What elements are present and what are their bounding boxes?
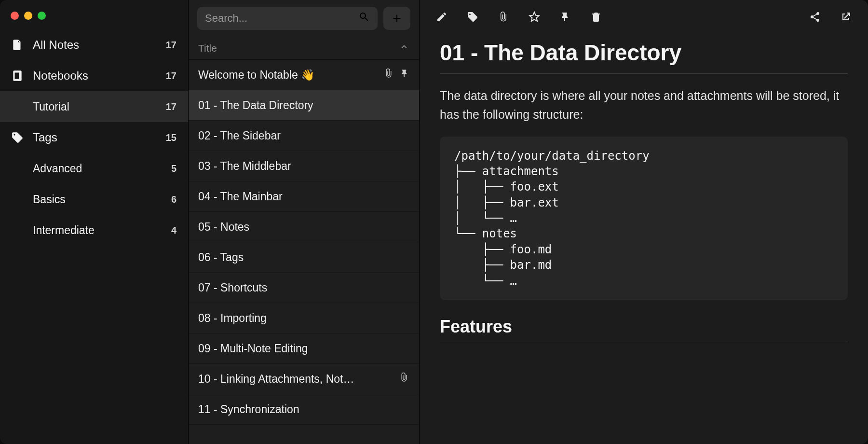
- sidebar: All Notes17Notebooks17Tutorial17Tags15Ad…: [0, 0, 188, 444]
- note-row[interactable]: 07 - Shortcuts: [189, 273, 419, 303]
- sidebar-item-count: 17: [166, 40, 176, 51]
- sidebar-item-label: All Notes: [33, 38, 166, 52]
- window-controls: [0, 4, 188, 29]
- sidebar-item-count: 6: [171, 194, 176, 205]
- sidebar-item-label: Advanced: [33, 162, 171, 175]
- sidebar-item-advanced[interactable]: Advanced5: [0, 153, 188, 184]
- maximize-window-button[interactable]: [38, 12, 46, 20]
- note-title: 01 - The Data Directory: [440, 40, 848, 74]
- tag-icon: [11, 131, 24, 144]
- sidebar-item-label: Tags: [33, 131, 166, 144]
- note-title-label: 11 - Synchronization: [198, 403, 409, 416]
- note-heading-features: Features: [440, 317, 848, 342]
- note-content: 01 - The Data Directory The data directo…: [420, 34, 868, 444]
- note-row[interactable]: 09 - Multi-Note Editing: [189, 333, 419, 364]
- note-title-label: 07 - Shortcuts: [198, 281, 409, 294]
- pin-button[interactable]: [553, 6, 578, 28]
- sidebar-item-intermediate[interactable]: Intermediate4: [0, 215, 188, 246]
- notebook-icon: [11, 69, 24, 83]
- note-title-label: 09 - Multi-Note Editing: [198, 342, 409, 355]
- sidebar-item-label: Intermediate: [33, 224, 171, 237]
- note-row[interactable]: 02 - The Sidebar: [189, 121, 419, 151]
- search-input[interactable]: [205, 12, 358, 25]
- note-title-label: 03 - The Middlebar: [198, 160, 409, 173]
- note-title-label: 01 - The Data Directory: [198, 99, 409, 112]
- note-intro: The data directory is where all your not…: [440, 86, 848, 124]
- middlebar: Title Welcome to Notable 👋01 - The Data …: [188, 0, 420, 444]
- note-row[interactable]: 01 - The Data Directory: [189, 90, 419, 121]
- close-window-button[interactable]: [11, 12, 19, 20]
- sidebar-item-tags[interactable]: Tags15: [0, 122, 188, 153]
- column-header-label: Title: [198, 42, 217, 54]
- chevron-up-icon: [399, 42, 409, 55]
- note-row[interactable]: 04 - The Mainbar: [189, 181, 419, 212]
- note-row[interactable]: Welcome to Notable 👋: [189, 60, 419, 90]
- note-title-label: 02 - The Sidebar: [198, 129, 409, 142]
- notes-column-header[interactable]: Title: [189, 37, 419, 60]
- notes-list: Welcome to Notable 👋01 - The Data Direct…: [189, 60, 419, 444]
- note-row[interactable]: 10 - Linking Attachments, Not…: [189, 364, 419, 394]
- main-toolbar: [420, 0, 868, 34]
- mainbar: 01 - The Data Directory The data directo…: [420, 0, 868, 444]
- share-button[interactable]: [802, 6, 827, 28]
- sidebar-item-count: 17: [166, 70, 176, 82]
- sidebar-item-count: 5: [171, 163, 176, 174]
- pin-icon: [400, 68, 409, 82]
- favorite-button[interactable]: [522, 6, 547, 28]
- sidebar-item-label: Tutorial: [33, 100, 166, 113]
- app-window: All Notes17Notebooks17Tutorial17Tags15Ad…: [0, 0, 868, 444]
- minimize-window-button[interactable]: [24, 12, 32, 20]
- note-row[interactable]: 03 - The Middlebar: [189, 151, 419, 181]
- sidebar-item-notebooks[interactable]: Notebooks17: [0, 60, 188, 91]
- new-note-button[interactable]: [383, 7, 410, 30]
- note-row[interactable]: 11 - Synchronization: [189, 394, 419, 425]
- note-title-label: 06 - Tags: [198, 251, 409, 264]
- sidebar-item-count: 17: [166, 101, 176, 112]
- sidebar-item-label: Notebooks: [33, 69, 166, 83]
- attachments-button[interactable]: [491, 6, 516, 28]
- search-icon: [358, 11, 370, 26]
- note-title-label: Welcome to Notable 👋: [198, 69, 383, 82]
- sidebar-item-all-notes[interactable]: All Notes17: [0, 29, 188, 60]
- open-external-button[interactable]: [833, 6, 858, 28]
- paperclip-icon: [383, 68, 394, 82]
- delete-button[interactable]: [583, 6, 609, 28]
- sidebar-item-basics[interactable]: Basics6: [0, 184, 188, 215]
- note-title-label: 04 - The Mainbar: [198, 190, 409, 203]
- note-row[interactable]: 06 - Tags: [189, 242, 419, 273]
- note-row[interactable]: 08 - Importing: [189, 303, 419, 333]
- sidebar-item-count: 4: [171, 225, 176, 236]
- sidebar-item-count: 15: [166, 132, 176, 143]
- note-title-label: 10 - Linking Attachments, Not…: [198, 373, 399, 386]
- search-box[interactable]: [197, 7, 378, 30]
- middlebar-toolbar: [189, 0, 419, 37]
- paperclip-icon: [399, 372, 409, 386]
- note-title-label: 05 - Notes: [198, 221, 409, 234]
- code-block: /path/to/your/data_directory ├── attachm…: [440, 137, 848, 301]
- tags-button[interactable]: [460, 6, 485, 28]
- note-row[interactable]: 05 - Notes: [189, 212, 419, 242]
- document-icon: [11, 38, 24, 52]
- note-title-label: 08 - Importing: [198, 312, 409, 325]
- sidebar-item-label: Basics: [33, 193, 171, 206]
- edit-button[interactable]: [429, 6, 454, 28]
- sidebar-item-tutorial[interactable]: Tutorial17: [0, 91, 188, 122]
